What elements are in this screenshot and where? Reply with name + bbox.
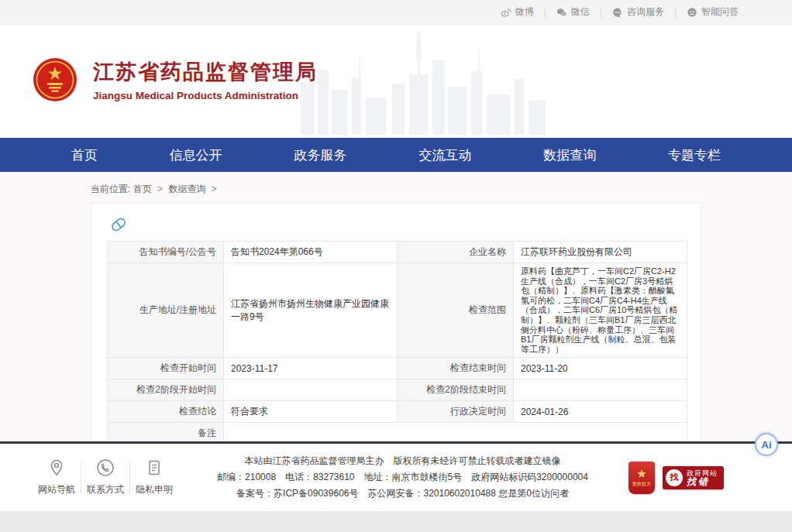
wechat-icon bbox=[556, 7, 567, 18]
label-decision-date: 行政决定时间 bbox=[398, 401, 514, 423]
footer-divider bbox=[129, 462, 130, 494]
breadcrumb-separator: > bbox=[157, 184, 163, 194]
smart-qa-icon bbox=[687, 7, 697, 18]
phone-icon bbox=[96, 458, 115, 480]
site-map-link[interactable]: 网站导航 bbox=[34, 458, 79, 496]
smart-qa-label: 智能问答 bbox=[701, 5, 739, 19]
find-error-badge-bottom: 找错 bbox=[687, 478, 718, 486]
label-phase2-start: 检查2阶段开始时间 bbox=[108, 379, 224, 401]
label-inspection-start: 检查开始时间 bbox=[108, 358, 224, 379]
weibo-icon bbox=[501, 7, 511, 18]
table-row: 检查2阶段开始时间 检查2阶段结束时间 bbox=[108, 379, 687, 401]
value-production-address: 江苏省扬州市扬州生物健康产业园健康一路9号 bbox=[224, 263, 398, 358]
contact-link[interactable]: 联系方式 bbox=[83, 458, 128, 496]
label-inspection-scope: 检查范围 bbox=[398, 263, 514, 358]
inspection-record-table: 告知书编号/公告号 告知书2024年第066号 企业名称 江苏联环药业股份有限公… bbox=[107, 241, 687, 441]
breadcrumb-home-link[interactable]: 首页 bbox=[133, 184, 152, 194]
label-phase2-end: 检查2阶段结束时间 bbox=[398, 379, 514, 401]
smart-qa-link[interactable]: 智能问答 bbox=[677, 5, 749, 19]
consult-service-icon bbox=[612, 7, 623, 18]
wechat-link[interactable]: 微信 bbox=[546, 5, 600, 19]
pill-icon bbox=[108, 215, 685, 235]
label-company-name: 企业名称 bbox=[398, 242, 514, 263]
privacy-label: 隐私申明 bbox=[136, 483, 173, 496]
breadcrumb-prefix: 当前位置: bbox=[91, 184, 130, 194]
footer-line-icp: 备案号：苏ICP备09039606号 苏公网安备：32010602010488 … bbox=[177, 486, 628, 502]
site-titles: 江苏省药品监督管理局 Jiangsu Medical Products Admi… bbox=[93, 58, 318, 101]
value-phase2-start bbox=[224, 379, 398, 401]
table-row: 生产地址/注册地址 江苏省扬州市扬州生物健康产业园健康一路9号 检查范围 原料药… bbox=[108, 263, 687, 358]
footer-divider bbox=[81, 462, 81, 494]
page: 微博 | 微信 | 咨询服务 | 智能问答 bbox=[0, 0, 792, 532]
label-inspection-conclusion: 检查结论 bbox=[108, 401, 224, 423]
party-gov-badge[interactable]: ★ 党政机关 bbox=[628, 462, 655, 494]
value-notice-number: 告知书2024年第066号 bbox=[224, 242, 398, 263]
city-skyline-watermark bbox=[301, 26, 556, 138]
footer-quick-links: 网站导航 联系方式 隐私申明 bbox=[34, 458, 177, 496]
main-nav: 首页 信息公开 政务服务 交流互动 数据查询 专题专栏 bbox=[0, 138, 792, 172]
find-error-logo-icon: 找 bbox=[666, 469, 683, 486]
star-icon: ★ bbox=[636, 468, 646, 480]
main-content: 当前位置: 首页 > 数据查询 > 告知书编号/公告号 bbox=[0, 172, 792, 441]
value-inspection-scope: 原料药【曲克芦丁，一车间C2厂房C2-H2生产线（合成），一车间C2厂房3号精烘… bbox=[514, 263, 687, 358]
table-row: 检查开始时间 2023-11-17 检查结束时间 2023-11-20 bbox=[108, 358, 687, 379]
value-phase2-end bbox=[514, 379, 687, 401]
site-brand[interactable]: 江苏省药品监督管理局 Jiangsu Medical Products Admi… bbox=[33, 57, 318, 102]
weibo-link[interactable]: 微博 bbox=[491, 5, 544, 19]
privacy-link[interactable]: 隐私申明 bbox=[132, 458, 177, 496]
value-inspection-conclusion: 符合要求 bbox=[224, 401, 398, 423]
footer-line-contact: 邮编：210008 电话：83273610 地址：南京市鼓楼街5号 政府网站标识… bbox=[177, 469, 628, 486]
nav-item-data-query[interactable]: 数据查询 bbox=[543, 146, 596, 164]
nav-item-interaction[interactable]: 交流互动 bbox=[418, 146, 471, 164]
footer-text: 本站由江苏省药品监督管理局主办 版权所有未经许可禁止转载或者建立镜像 邮编：21… bbox=[177, 453, 628, 502]
map-pin-icon bbox=[47, 458, 66, 480]
value-inspection-end: 2023-11-20 bbox=[514, 358, 687, 379]
breadcrumb-separator: > bbox=[212, 184, 217, 194]
consult-service-link[interactable]: 咨询服务 bbox=[602, 5, 674, 19]
breadcrumb-current-link[interactable]: 数据查询 bbox=[168, 184, 205, 194]
bottom-strip bbox=[0, 511, 792, 532]
value-inspection-start: 2023-11-17 bbox=[224, 358, 398, 379]
breadcrumb: 当前位置: 首页 > 数据查询 > bbox=[91, 172, 701, 203]
label-notice-number: 告知书编号/公告号 bbox=[108, 242, 224, 263]
weibo-label: 微博 bbox=[515, 5, 534, 19]
top-utility-bar: 微博 | 微信 | 咨询服务 | 智能问答 bbox=[0, 0, 792, 25]
table-row: 备注 bbox=[108, 423, 687, 441]
ai-assistant-button[interactable]: Ai bbox=[755, 433, 778, 456]
nav-item-special-topics[interactable]: 专题专栏 bbox=[668, 146, 721, 164]
nav-item-gov-services[interactable]: 政务服务 bbox=[294, 146, 347, 164]
site-header: 江苏省药品监督管理局 Jiangsu Medical Products Admi… bbox=[0, 25, 792, 138]
table-row: 检查结论 符合要求 行政决定时间 2024-01-26 bbox=[108, 401, 687, 423]
site-title-cn: 江苏省药品监督管理局 bbox=[93, 58, 318, 86]
site-map-label: 网站导航 bbox=[38, 483, 75, 496]
party-gov-badge-label: 党政机关 bbox=[632, 480, 651, 487]
site-title-en: Jiangsu Medical Products Administration bbox=[93, 90, 318, 101]
national-emblem-logo bbox=[33, 57, 77, 102]
label-production-address: 生产地址/注册地址 bbox=[108, 263, 224, 358]
contact-label: 联系方式 bbox=[87, 483, 124, 496]
nav-item-info-disclosure[interactable]: 信息公开 bbox=[170, 146, 222, 164]
value-decision-date: 2024-01-26 bbox=[514, 401, 687, 423]
label-remarks: 备注 bbox=[108, 423, 224, 441]
value-remarks bbox=[224, 423, 687, 441]
value-company-name: 江苏联环药业股份有限公司 bbox=[514, 242, 687, 263]
label-inspection-end: 检查结束时间 bbox=[398, 358, 514, 379]
consult-service-label: 咨询服务 bbox=[627, 5, 664, 19]
footer-badges: ★ 党政机关 找 政府网站 找错 bbox=[628, 462, 724, 494]
table-row: 告知书编号/公告号 告知书2024年第066号 企业名称 江苏联环药业股份有限公… bbox=[108, 242, 687, 263]
wechat-label: 微信 bbox=[571, 5, 590, 19]
document-icon bbox=[145, 458, 164, 480]
footer: 网站导航 联系方式 隐私申明 本站由江苏省药品监 bbox=[0, 441, 792, 511]
nav-item-home[interactable]: 首页 bbox=[71, 146, 98, 164]
gov-site-find-error-badge[interactable]: 找 政府网站 找错 bbox=[663, 466, 724, 489]
record-card: 告知书编号/公告号 告知书2024年第066号 企业名称 江苏联环药业股份有限公… bbox=[91, 203, 701, 441]
footer-line-host: 本站由江苏省药品监督管理局主办 版权所有未经许可禁止转载或者建立镜像 bbox=[177, 453, 628, 469]
